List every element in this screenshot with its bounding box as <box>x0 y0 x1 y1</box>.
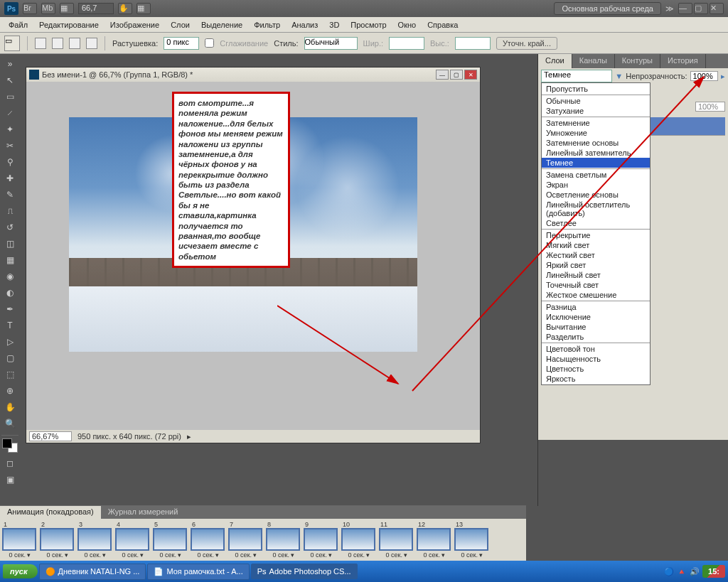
blend-opt[interactable]: Линейный осветлитель (добавить) <box>542 200 650 218</box>
animation-frame[interactable]: 120 сек. ▾ <box>417 521 452 559</box>
blend-opt[interactable]: Яркость <box>542 374 650 384</box>
doc-maximize[interactable]: ▢ <box>450 70 463 80</box>
tool-preset-icon[interactable]: ▭ <box>4 36 20 51</box>
animation-frame[interactable]: 80 сек. ▾ <box>266 521 301 559</box>
blend-opt[interactable]: Цветность <box>542 364 650 374</box>
close-button[interactable]: ✕ <box>710 3 724 14</box>
antialias-checkbox[interactable] <box>205 38 214 48</box>
blend-opt[interactable]: Яркий свет <box>542 260 650 270</box>
tab-channels[interactable]: Каналы <box>572 54 615 68</box>
blend-opt[interactable]: Перекрытие <box>542 230 650 240</box>
blend-opt[interactable]: Разделить <box>542 332 650 342</box>
animation-frame[interactable]: 60 сек. ▾ <box>191 521 226 559</box>
task-btn-1[interactable]: 🟠Дневник NATALI-NG ... <box>39 564 146 580</box>
marquee-tool-icon[interactable]: ▭ <box>1 89 18 104</box>
doc-info-arrow[interactable]: ▸ <box>187 432 191 441</box>
menu-analysis[interactable]: Анализ <box>286 18 323 31</box>
color-swatch[interactable] <box>2 438 18 453</box>
tray-icon[interactable]: 🔵 <box>664 567 674 576</box>
menu-edit[interactable]: Редактирование <box>33 18 105 31</box>
menu-file[interactable]: Файл <box>3 18 33 31</box>
blend-opt[interactable]: Исключение <box>542 312 650 322</box>
marquee-sub-icon[interactable] <box>69 38 80 49</box>
fg-color[interactable] <box>2 438 12 448</box>
blend-opt[interactable]: Умножение <box>542 128 650 138</box>
zoom-tool-icon[interactable]: 🔍 <box>1 416 18 431</box>
tab-history[interactable]: История <box>660 54 706 68</box>
system-tray[interactable]: 🔵 🔺 🔊 15: <box>664 565 725 578</box>
eraser-tool-icon[interactable]: ◫ <box>1 236 18 252</box>
blend-opt[interactable]: Экран <box>542 180 650 190</box>
tray-icon[interactable]: 🔊 <box>690 567 700 576</box>
doc-close[interactable]: ✕ <box>464 70 477 80</box>
blend-opt[interactable]: Обычные <box>542 96 650 106</box>
animation-frame[interactable]: 70 сек. ▾ <box>228 521 264 559</box>
expand-icon[interactable]: ≫ <box>665 4 674 14</box>
blend-opt[interactable]: Затемнение <box>542 118 650 128</box>
menu-window[interactable]: Окно <box>392 18 422 31</box>
blend-opt[interactable]: Линейный затемнитель <box>542 148 650 158</box>
screenmode-icon[interactable]: ▣ <box>1 472 18 487</box>
stamp-tool-icon[interactable]: ⎍ <box>1 203 18 219</box>
pen-tool-icon[interactable]: ✒ <box>1 301 18 317</box>
task-btn-2[interactable]: 📄Моя рамочка.txt - A... <box>147 564 249 580</box>
blend-opt[interactable]: Замена светлым <box>542 170 650 180</box>
collapse-icon[interactable]: » <box>1 56 18 72</box>
heal-tool-icon[interactable]: ✚ <box>1 171 18 186</box>
blend-opt[interactable]: Мягкий свет <box>542 240 650 250</box>
eyedropper-tool-icon[interactable]: ⚲ <box>1 154 18 170</box>
doc-canvas[interactable]: вот смотрите...я поменяла режим наложени… <box>26 82 480 430</box>
crop-tool-icon[interactable]: ✂ <box>1 138 18 153</box>
tab-paths[interactable]: Контуры <box>615 54 660 68</box>
marquee-add-icon[interactable] <box>52 38 63 49</box>
menu-help[interactable]: Справка <box>422 18 464 31</box>
fill-value[interactable]: 100% <box>695 102 725 112</box>
workspace-selector[interactable]: Основная рабочая среда <box>554 2 661 15</box>
doc-zoom[interactable]: 66,67% <box>29 431 72 441</box>
blend-opt[interactable]: Разница <box>542 302 650 312</box>
maximize-button[interactable]: ▢ <box>694 3 708 14</box>
doc-titlebar[interactable]: Без имени-1 @ 66,7% (Группа 1, RGB/8) * … <box>26 68 480 82</box>
doc-minimize[interactable]: — <box>436 70 449 80</box>
blend-opt[interactable]: Затухание <box>542 106 650 116</box>
anim-tab-frames[interactable]: Анимация (покадровая) <box>0 506 101 519</box>
wand-tool-icon[interactable]: ✦ <box>1 122 18 137</box>
marquee-new-icon[interactable] <box>35 38 46 49</box>
animation-frame[interactable]: 130 сек. ▾ <box>454 521 490 559</box>
anim-tab-measure[interactable]: Журнал измерений <box>101 506 186 519</box>
menu-filter[interactable]: Фильтр <box>248 18 286 31</box>
blend-opt[interactable]: Пропустить <box>542 84 650 94</box>
blend-opt[interactable]: Жесткий свет <box>542 250 650 260</box>
animation-frame[interactable]: 100 сек. ▾ <box>341 521 377 559</box>
blend-opt[interactable]: Вычитание <box>542 322 650 332</box>
blend-opt[interactable]: Цветовой тон <box>542 344 650 354</box>
blend-opt[interactable]: Линейный свет <box>542 270 650 280</box>
3d-tool-icon[interactable]: ⬚ <box>1 367 18 382</box>
type-tool-icon[interactable]: T <box>1 318 18 333</box>
zoom-level[interactable]: 66,7 <box>78 3 114 14</box>
path-tool-icon[interactable]: ▷ <box>1 334 18 350</box>
start-button[interactable]: пуск <box>3 564 38 578</box>
blend-opt[interactable]: Светлее <box>542 218 650 228</box>
task-btn-3[interactable]: PsAdobe Photoshop CS... <box>251 564 358 579</box>
menu-layers[interactable]: Слои <box>165 18 196 31</box>
move-tool-icon[interactable]: ↖ <box>1 72 18 88</box>
minimize-button[interactable]: — <box>678 3 692 14</box>
menu-view[interactable]: Просмотр <box>345 18 392 31</box>
blend-opt[interactable]: Точечный свет <box>542 280 650 290</box>
top-btn-4[interactable]: ✋ <box>118 3 132 14</box>
top-btn-5[interactable]: ▦ <box>136 3 151 14</box>
tray-icon[interactable]: 🔺 <box>677 567 687 576</box>
animation-frame[interactable]: 30 сек. ▾ <box>77 521 113 559</box>
feather-input[interactable]: 0 пикс <box>164 37 199 50</box>
animation-frame[interactable]: 40 сек. ▾ <box>115 521 151 559</box>
menu-image[interactable]: Изображение <box>105 18 165 31</box>
top-btn-2[interactable]: Mb <box>41 3 55 14</box>
tab-layers[interactable]: Слои <box>538 54 572 68</box>
blur-tool-icon[interactable]: ◉ <box>1 269 18 284</box>
animation-frame[interactable]: 90 сек. ▾ <box>304 521 339 559</box>
marquee-int-icon[interactable] <box>86 38 97 49</box>
shape-tool-icon[interactable]: ▢ <box>1 350 18 366</box>
blend-mode-select[interactable]: Темнее <box>541 70 612 82</box>
blend-opt[interactable]: Затемнение основы <box>542 138 650 148</box>
